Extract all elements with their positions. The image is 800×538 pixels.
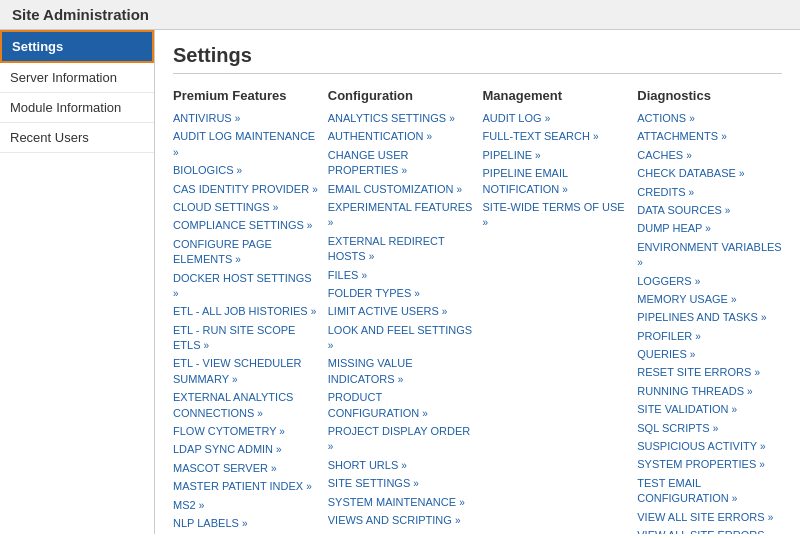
settings-link[interactable]: MEMORY USAGE » xyxy=(637,292,782,307)
settings-link[interactable]: CLOUD SETTINGS » xyxy=(173,200,318,215)
column-heading-premium-features: Premium Features xyxy=(173,88,318,103)
arrow-icon: » xyxy=(328,441,334,452)
settings-link[interactable]: LOGGERS » xyxy=(637,274,782,289)
settings-link[interactable]: VIEW ALL SITE ERRORS » xyxy=(637,510,782,525)
sidebar-item-settings[interactable]: Settings xyxy=(0,30,154,63)
arrow-icon: » xyxy=(276,444,282,455)
arrow-icon: » xyxy=(413,478,419,489)
settings-link[interactable]: PRODUCT CONFIGURATION » xyxy=(328,390,473,421)
page-title: Site Administration xyxy=(12,6,149,23)
settings-link[interactable]: COMPLIANCE SETTINGS » xyxy=(173,218,318,233)
settings-link[interactable]: ETL - VIEW SCHEDULER SUMMARY » xyxy=(173,356,318,387)
arrow-icon: » xyxy=(449,113,455,124)
settings-link[interactable]: NLP LABELS » xyxy=(173,516,318,531)
settings-link[interactable]: SHORT URLS » xyxy=(328,458,473,473)
arrow-icon: » xyxy=(535,150,541,161)
settings-link[interactable]: CHECK DATABASE » xyxy=(637,166,782,181)
settings-link[interactable]: EXTERNAL REDIRECT HOSTS » xyxy=(328,234,473,265)
settings-link[interactable]: SYSTEM MAINTENANCE » xyxy=(328,495,473,510)
settings-link[interactable]: PIPELINE » xyxy=(483,148,628,163)
settings-link[interactable]: SITE-WIDE TERMS OF USE » xyxy=(483,200,628,231)
settings-link[interactable]: LOOK AND FEEL SETTINGS » xyxy=(328,323,473,354)
settings-link[interactable]: TEST EMAIL CONFIGURATION » xyxy=(637,476,782,507)
settings-link[interactable]: EXTERNAL ANALYTICS CONNECTIONS » xyxy=(173,390,318,421)
arrow-icon: » xyxy=(306,481,312,492)
arrow-icon: » xyxy=(328,340,334,351)
settings-link[interactable]: PIPELINE EMAIL NOTIFICATION » xyxy=(483,166,628,197)
settings-link[interactable]: ETL - ALL JOB HISTORIES » xyxy=(173,304,318,319)
settings-link[interactable]: ACTIONS » xyxy=(637,111,782,126)
settings-grid: Premium FeaturesANTIVIRUS »AUDIT LOG MAI… xyxy=(173,88,782,534)
arrow-icon: » xyxy=(459,497,465,508)
arrow-icon: » xyxy=(689,113,695,124)
sidebar-item-module-information[interactable]: Module Information xyxy=(0,93,154,123)
arrow-icon: » xyxy=(232,374,238,385)
settings-link[interactable]: SITE VALIDATION » xyxy=(637,402,782,417)
settings-link[interactable]: DOCKER HOST SETTINGS » xyxy=(173,271,318,302)
settings-link[interactable]: EXPERIMENTAL FEATURES » xyxy=(328,200,473,231)
main-layout: SettingsServer InformationModule Informa… xyxy=(0,30,800,534)
settings-link[interactable]: PROJECT DISPLAY ORDER » xyxy=(328,424,473,455)
arrow-icon: » xyxy=(279,426,285,437)
arrow-icon: » xyxy=(457,184,463,195)
settings-link[interactable]: CAS IDENTITY PROVIDER » xyxy=(173,182,318,197)
settings-link[interactable]: FLOW CYTOMETRY » xyxy=(173,424,318,439)
arrow-icon: » xyxy=(732,493,738,504)
settings-link[interactable]: AUTHENTICATION » xyxy=(328,129,473,144)
arrow-icon: » xyxy=(235,113,241,124)
settings-link[interactable]: SQL SCRIPTS » xyxy=(637,421,782,436)
arrow-icon: » xyxy=(705,223,711,234)
arrow-icon: » xyxy=(398,374,404,385)
settings-link[interactable]: MISSING VALUE INDICATORS » xyxy=(328,356,473,387)
settings-link[interactable]: RESET SITE ERRORS » xyxy=(637,365,782,380)
arrow-icon: » xyxy=(593,131,599,142)
settings-link[interactable]: DUMP HEAP » xyxy=(637,221,782,236)
settings-link[interactable]: ENVIRONMENT VARIABLES » xyxy=(637,240,782,271)
settings-link[interactable]: EMAIL CUSTOMIZATION » xyxy=(328,182,473,197)
settings-link[interactable]: ANTIVIRUS » xyxy=(173,111,318,126)
settings-link[interactable]: FILES » xyxy=(328,268,473,283)
arrow-icon: » xyxy=(761,312,767,323)
settings-link[interactable]: CONFIGURE PAGE ELEMENTS » xyxy=(173,237,318,268)
settings-link[interactable]: SUSPICIOUS ACTIVITY » xyxy=(637,439,782,454)
settings-link[interactable]: PIPELINES AND TASKS » xyxy=(637,310,782,325)
settings-link[interactable]: SITE SETTINGS » xyxy=(328,476,473,491)
sidebar-item-server-information[interactable]: Server Information xyxy=(0,63,154,93)
settings-link[interactable]: CREDITS » xyxy=(637,185,782,200)
sidebar: SettingsServer InformationModule Informa… xyxy=(0,30,155,534)
settings-link[interactable]: MASCOT SERVER » xyxy=(173,461,318,476)
arrow-icon: » xyxy=(768,512,774,523)
settings-link[interactable]: MS2 » xyxy=(173,498,318,513)
settings-link[interactable]: FOLDER TYPES » xyxy=(328,286,473,301)
arrow-icon: » xyxy=(689,187,695,198)
settings-link[interactable]: ATTACHMENTS » xyxy=(637,129,782,144)
settings-link[interactable]: LDAP SYNC ADMIN » xyxy=(173,442,318,457)
settings-link[interactable]: DATA SOURCES » xyxy=(637,203,782,218)
settings-link[interactable]: VIEW ALL SITE ERRORS SINCE RESET » xyxy=(637,528,782,534)
settings-link[interactable]: CACHES » xyxy=(637,148,782,163)
settings-link[interactable]: SYSTEM PROPERTIES » xyxy=(637,457,782,472)
settings-link[interactable]: AUDIT LOG MAINTENANCE » xyxy=(173,129,318,160)
settings-link[interactable]: ETL - RUN SITE SCOPE ETLS » xyxy=(173,323,318,354)
settings-link[interactable]: RUNNING THREADS » xyxy=(637,384,782,399)
settings-column-diagnostics: DiagnosticsACTIONS »ATTACHMENTS »CACHES … xyxy=(637,88,782,534)
settings-link[interactable]: VIEWS AND SCRIPTING » xyxy=(328,513,473,528)
settings-link[interactable]: BIOLOGICS » xyxy=(173,163,318,178)
arrow-icon: » xyxy=(199,500,205,511)
settings-link[interactable]: CHANGE USER PROPERTIES » xyxy=(328,148,473,179)
settings-link[interactable]: LIMIT ACTIVE USERS » xyxy=(328,304,473,319)
sidebar-item-recent-users[interactable]: Recent Users xyxy=(0,123,154,153)
settings-link[interactable]: PROFILER » xyxy=(637,329,782,344)
arrow-icon: » xyxy=(686,150,692,161)
arrow-icon: » xyxy=(455,515,461,526)
settings-link[interactable]: AUDIT LOG » xyxy=(483,111,628,126)
settings-link[interactable]: ANALYTICS SETTINGS » xyxy=(328,111,473,126)
settings-link[interactable]: MASTER PATIENT INDEX » xyxy=(173,479,318,494)
arrow-icon: » xyxy=(721,131,727,142)
settings-link[interactable]: QUERIES » xyxy=(637,347,782,362)
arrow-icon: » xyxy=(442,306,448,317)
arrow-icon: » xyxy=(242,518,248,529)
arrow-icon: » xyxy=(760,441,766,452)
settings-link[interactable]: FULL-TEXT SEARCH » xyxy=(483,129,628,144)
arrow-icon: » xyxy=(237,165,243,176)
